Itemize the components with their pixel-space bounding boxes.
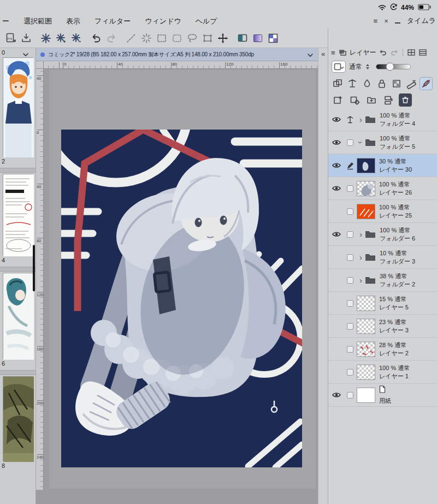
alpha-lock-icon[interactable] bbox=[390, 77, 403, 90]
expand-arrow-icon[interactable]: › bbox=[357, 230, 365, 238]
layer-checkbox[interactable] bbox=[344, 369, 357, 376]
selection-shrink-icon[interactable] bbox=[140, 32, 153, 45]
layer-row[interactable]: 100 % 通常レイヤー 1 bbox=[328, 361, 437, 384]
layer-checkbox[interactable] bbox=[344, 277, 357, 284]
menu-item-1[interactable]: 選択範囲 bbox=[23, 16, 52, 26]
clip-mask-icon[interactable] bbox=[331, 77, 344, 90]
layer-row[interactable]: ›100 % 通常フォルダー 6 bbox=[328, 223, 437, 246]
layer-row[interactable]: ›100 % 通常フォルダー 5 bbox=[328, 131, 437, 154]
layer-checkbox[interactable] bbox=[344, 185, 357, 192]
page-thumbnail[interactable] bbox=[3, 273, 33, 359]
layer-checkbox[interactable] bbox=[344, 231, 357, 238]
pattern-tool-icon[interactable] bbox=[267, 32, 280, 45]
menu-item-2[interactable]: 表示 bbox=[66, 16, 80, 26]
collapse-arrow-icon[interactable]: › bbox=[357, 138, 365, 146]
layer-row[interactable]: 100 % 通常レイヤー 26 bbox=[328, 177, 437, 200]
collapse-panel-button[interactable]: « bbox=[318, 48, 328, 58]
selection-pen-icon[interactable] bbox=[125, 32, 138, 45]
layer-checkbox[interactable] bbox=[344, 323, 357, 330]
expand-arrow-icon[interactable]: › bbox=[357, 253, 365, 261]
layer-row[interactable]: 28 % 通常レイヤー 2 bbox=[328, 338, 437, 361]
redo-icon[interactable] bbox=[105, 32, 118, 45]
display-mode-icon[interactable] bbox=[236, 32, 249, 45]
layer-row[interactable]: 23 % 通常レイヤー 3 bbox=[328, 315, 437, 338]
layer-checkbox[interactable] bbox=[344, 139, 357, 146]
chevron-down-icon[interactable] bbox=[307, 50, 314, 60]
ruler-snap-icon[interactable] bbox=[346, 77, 359, 90]
visibility-eye-icon[interactable] bbox=[329, 116, 344, 122]
expand-arrow-icon[interactable]: › bbox=[357, 276, 365, 284]
layer-row[interactable]: 15 % 通常レイヤー 5 bbox=[328, 292, 437, 315]
palette-redo-icon[interactable] bbox=[390, 49, 399, 56]
layer-thumbnail[interactable] bbox=[357, 319, 375, 334]
layer-thumbnail[interactable] bbox=[357, 158, 375, 173]
menu-item-3[interactable]: フィルター bbox=[95, 16, 131, 26]
timeline-palette-title[interactable]: タイムラ bbox=[407, 16, 436, 26]
lock-icon[interactable] bbox=[375, 77, 388, 90]
chevron-down-icon[interactable] bbox=[22, 49, 29, 59]
expand-arrow-icon[interactable]: › bbox=[357, 115, 365, 124]
selection-ellipse-icon[interactable] bbox=[170, 32, 184, 45]
list-view-icon[interactable] bbox=[418, 49, 427, 56]
layer-thumbnail[interactable] bbox=[357, 388, 375, 403]
palette-menu-icon[interactable]: ≡ bbox=[374, 17, 378, 25]
document-tab[interactable]: コミック2* 19/28 (B5 182.00 x 257.00mm 製本サイズ… bbox=[36, 48, 318, 61]
export-png-icon[interactable]: png bbox=[4, 32, 17, 45]
layer-row[interactable]: 用紙 bbox=[328, 384, 437, 407]
gradient-tool-icon[interactable] bbox=[251, 32, 264, 45]
grid-view-icon[interactable] bbox=[407, 49, 416, 56]
new-layer-icon[interactable] bbox=[331, 93, 344, 107]
layer-thumbnail[interactable] bbox=[357, 342, 375, 357]
visibility-eye-icon[interactable] bbox=[329, 392, 344, 398]
menu-item-4[interactable]: ウィンドウ bbox=[145, 16, 181, 26]
menu-item-0[interactable]: ー bbox=[2, 16, 9, 26]
layer-thumbnail[interactable] bbox=[357, 204, 375, 219]
delete-layer-icon[interactable] bbox=[399, 93, 412, 107]
opacity-slider-knob[interactable] bbox=[386, 63, 394, 71]
autoselect-subtract-icon[interactable] bbox=[70, 32, 83, 45]
layer-row[interactable]: 100 % 通常レイヤー 25 bbox=[328, 200, 437, 223]
palette-undo-icon[interactable] bbox=[379, 49, 387, 56]
new-layer-gear-icon[interactable] bbox=[348, 93, 361, 107]
blend-mode-select[interactable]: 通常 bbox=[349, 62, 362, 72]
page-thumbnail[interactable] bbox=[3, 57, 33, 157]
layer-checkbox[interactable] bbox=[344, 254, 357, 261]
move-tool-icon[interactable] bbox=[216, 32, 229, 45]
visibility-eye-icon[interactable] bbox=[329, 139, 344, 145]
close-icon[interactable]: × bbox=[384, 17, 388, 25]
page-thumbnail[interactable] bbox=[3, 376, 33, 461]
fill-lock-icon[interactable] bbox=[361, 77, 374, 90]
layer-checkbox[interactable] bbox=[344, 208, 357, 215]
page-thumbnail[interactable] bbox=[3, 174, 33, 256]
canvas-viewport[interactable] bbox=[44, 69, 318, 496]
mask-ruler-icon[interactable] bbox=[405, 77, 418, 90]
autoselect-add-icon[interactable] bbox=[55, 32, 68, 45]
layer-row[interactable]: ›10 % 通常フォルダー 3 bbox=[328, 246, 437, 269]
layers-stack-icon[interactable] bbox=[338, 49, 347, 56]
layer-row[interactable]: ›38 % 通常フォルダー 2 bbox=[328, 269, 437, 292]
layer-row[interactable]: ›100 % 通常フォルダー 4 bbox=[328, 108, 437, 131]
minimize-icon[interactable] bbox=[395, 22, 400, 24]
layer-checkbox[interactable] bbox=[344, 392, 357, 398]
pen-off-icon[interactable] bbox=[420, 77, 433, 90]
layer-thumbnail[interactable] bbox=[357, 181, 375, 196]
pages-scrollbar[interactable] bbox=[33, 245, 35, 291]
blend-stepper[interactable] bbox=[366, 64, 369, 69]
undo-icon[interactable] bbox=[90, 32, 103, 45]
layer-template-button[interactable] bbox=[332, 61, 346, 73]
visibility-eye-icon[interactable] bbox=[329, 162, 344, 168]
autoselect-new-icon[interactable] bbox=[39, 32, 52, 45]
layer-checkbox[interactable] bbox=[344, 346, 357, 353]
new-folder-icon[interactable] bbox=[365, 93, 378, 107]
opacity-slider[interactable] bbox=[376, 64, 411, 69]
layer-row[interactable]: 30 % 通常レイヤー 30 bbox=[328, 154, 437, 177]
menu-item-5[interactable]: ヘルプ bbox=[196, 16, 217, 26]
transform-frame-icon[interactable] bbox=[201, 32, 214, 45]
selection-rect-icon[interactable] bbox=[155, 32, 168, 45]
layer-checkbox[interactable] bbox=[344, 300, 357, 307]
save-icon[interactable] bbox=[20, 32, 33, 45]
visibility-eye-icon[interactable] bbox=[329, 185, 344, 191]
transfer-layer-icon[interactable] bbox=[382, 93, 395, 107]
layer-thumbnail[interactable] bbox=[357, 296, 375, 311]
visibility-eye-icon[interactable] bbox=[329, 231, 344, 237]
